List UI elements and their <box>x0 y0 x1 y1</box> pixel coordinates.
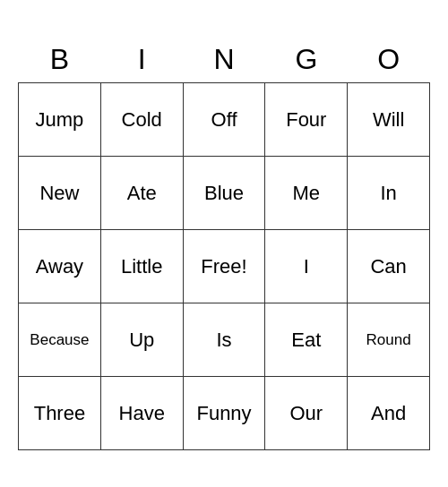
header-g: G <box>265 37 348 83</box>
table-cell: In <box>348 157 430 230</box>
header-b: B <box>19 37 101 83</box>
table-cell: Our <box>265 377 348 450</box>
table-cell: Cold <box>100 83 183 157</box>
table-row: JumpColdOffFourWill <box>19 83 430 157</box>
table-cell: Away <box>19 230 101 303</box>
table-cell: Me <box>265 157 348 230</box>
table-cell: Can <box>348 230 430 303</box>
table-cell: Off <box>183 83 265 157</box>
table-cell: And <box>348 377 430 450</box>
table-cell: New <box>19 157 101 230</box>
header-n: N <box>183 37 265 83</box>
table-cell: Up <box>100 303 183 377</box>
table-cell: Jump <box>19 83 101 157</box>
table-row: ThreeHaveFunnyOurAnd <box>19 377 430 450</box>
table-cell: Little <box>100 230 183 303</box>
table-cell: I <box>265 230 348 303</box>
table-cell: Blue <box>183 157 265 230</box>
table-cell: Eat <box>265 303 348 377</box>
header-i: I <box>100 37 183 83</box>
table-cell: Funny <box>183 377 265 450</box>
table-cell: Is <box>183 303 265 377</box>
table-cell: Ate <box>100 157 183 230</box>
header-row: B I N G O <box>19 37 430 83</box>
bingo-body: JumpColdOffFourWillNewAteBlueMeInAwayLit… <box>19 83 430 450</box>
table-cell: Four <box>265 83 348 157</box>
table-cell: Three <box>19 377 101 450</box>
table-row: NewAteBlueMeIn <box>19 157 430 230</box>
table-cell: Free! <box>183 230 265 303</box>
header-o: O <box>348 37 430 83</box>
table-cell: Have <box>100 377 183 450</box>
table-cell: Will <box>348 83 430 157</box>
table-row: AwayLittleFree!ICan <box>19 230 430 303</box>
table-row: BecauseUpIsEatRound <box>19 303 430 377</box>
table-cell: Round <box>348 303 430 377</box>
table-cell: Because <box>19 303 101 377</box>
bingo-card: B I N G O JumpColdOffFourWillNewAteBlueM… <box>18 37 430 451</box>
